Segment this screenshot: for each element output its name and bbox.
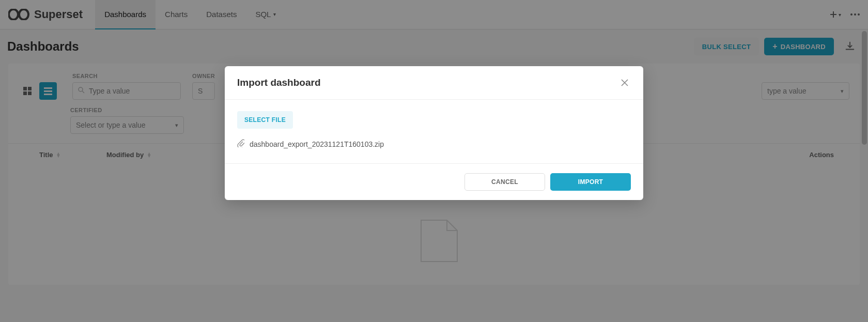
cancel-button[interactable]: CANCEL: [464, 173, 545, 191]
selected-filename: dashboard_export_20231121T160103.zip: [250, 140, 384, 148]
close-icon: [621, 79, 629, 87]
paperclip-icon: [237, 139, 244, 149]
selected-file-row: dashboard_export_20231121T160103.zip: [237, 139, 631, 149]
modal-close-button[interactable]: [618, 76, 631, 89]
modal-title: Import dashboard: [237, 77, 618, 88]
select-file-button[interactable]: SELECT FILE: [237, 111, 293, 129]
import-dashboard-modal: Import dashboard SELECT FILE dashboard_e…: [225, 66, 643, 200]
modal-overlay[interactable]: Import dashboard SELECT FILE dashboard_e…: [0, 0, 868, 322]
import-confirm-button[interactable]: IMPORT: [550, 173, 631, 191]
